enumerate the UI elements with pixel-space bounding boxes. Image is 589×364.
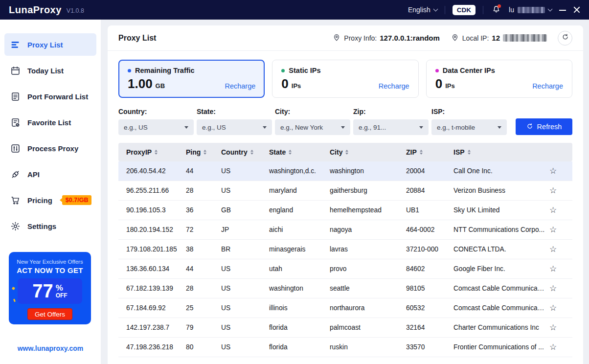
favorite-star-icon[interactable]: ☆ <box>549 186 557 195</box>
pricing-badge: $0.7/GB <box>62 195 92 205</box>
favorite-star-icon[interactable]: ☆ <box>549 206 557 214</box>
cell-zip: 32164 <box>406 324 453 331</box>
favorite-star-icon[interactable]: ☆ <box>549 343 557 351</box>
refresh-ip-button[interactable] <box>558 31 572 46</box>
sidebar-item-proxy-list[interactable]: Proxy List <box>4 33 96 56</box>
sidebar-item-api[interactable]: API <box>4 163 96 185</box>
select-isp[interactable]: e.g., t-mobile <box>431 119 507 135</box>
cell-proxyip: 90.196.105.3 <box>126 206 186 214</box>
promo-off-label: OFF <box>56 292 68 299</box>
column-header-proxyip[interactable]: ProxyIP <box>126 148 186 156</box>
cell-zip: 37210-000 <box>406 246 453 253</box>
favorite-star-icon[interactable]: ☆ <box>549 167 557 175</box>
cell-proxyip: 136.36.60.134 <box>126 265 186 273</box>
select-state[interactable]: e.g., US <box>197 119 272 135</box>
favorite-star-icon[interactable]: ☆ <box>549 226 557 234</box>
select-placeholder: e.g., 91... <box>359 124 386 131</box>
column-header-zip[interactable]: ZIP <box>406 148 453 156</box>
cell-state: england <box>269 206 330 214</box>
cell-country: US <box>221 343 269 351</box>
sort-icon <box>289 150 292 155</box>
sidebar-item-settings[interactable]: Settings <box>4 215 96 237</box>
filter-label: Country: <box>118 108 194 115</box>
panel-header: Proxy List Proxy Info: 127.0.0.1:random … <box>108 25 583 51</box>
title-bar: LunaProxy V1.0.8 English CDK lu <box>0 0 589 20</box>
table-row[interactable]: 67.184.69.9225USillinoisnorthaurora60532… <box>118 298 572 318</box>
select-zip[interactable]: e.g., 91... <box>353 119 429 135</box>
cdk-button[interactable]: CDK <box>453 5 476 15</box>
favorite-star-icon[interactable]: ☆ <box>549 265 557 273</box>
refresh-icon <box>562 33 569 43</box>
table-row[interactable]: 96.255.211.6628USmarylandgaithersburg208… <box>118 181 572 201</box>
card-static-ips[interactable]: Static IPs 0 IPs Recharge <box>272 60 418 98</box>
cell-proxyip: 179.108.201.185 <box>126 246 186 253</box>
get-offers-button[interactable]: Get Offers <box>27 308 72 320</box>
cell-proxyip: 67.182.139.139 <box>126 285 186 292</box>
refresh-button-label: Refresh <box>537 123 562 131</box>
select-placeholder: e.g., US <box>124 124 148 131</box>
card-value: 0 <box>435 77 442 90</box>
card-value: 0 <box>281 77 288 90</box>
cell-proxyip: 96.255.211.66 <box>126 187 186 194</box>
card-remaining-traffic[interactable]: Remaining Traffic 1.00 GB Recharge <box>118 60 265 98</box>
table-row[interactable]: 136.36.60.13444USutahprovo84602Google Fi… <box>118 259 572 279</box>
notifications-button[interactable] <box>491 4 501 15</box>
recharge-link[interactable]: Recharge <box>379 82 409 90</box>
recharge-link[interactable]: Recharge <box>225 82 255 90</box>
sort-icon <box>345 150 348 155</box>
table-row[interactable]: 47.198.236.21880USfloridaruskin33570Fron… <box>118 338 572 357</box>
favorite-star-icon[interactable]: ☆ <box>549 304 557 312</box>
sidebar-item-process-proxy[interactable]: Process Proxy <box>4 137 96 159</box>
select-city[interactable]: e.g., New York <box>275 119 350 135</box>
close-icon[interactable] <box>573 6 580 13</box>
sidebar-item-favorite-list[interactable]: Favorite List <box>4 111 96 134</box>
column-header-country[interactable]: Country <box>221 148 269 156</box>
favorite-star-icon[interactable]: ☆ <box>549 245 557 253</box>
proxy-info-value: 127.0.0.1:random <box>380 34 440 42</box>
column-label: Country <box>221 148 248 156</box>
minimize-icon[interactable] <box>559 10 566 11</box>
cell-isp: Sky UK Limited <box>453 206 549 214</box>
user-menu[interactable]: lu <box>509 6 552 14</box>
select-country[interactable]: e.g., US <box>118 119 194 135</box>
cell-country: BR <box>221 246 269 253</box>
table-body: 206.40.54.4244USwashington,d.c.washingto… <box>118 161 572 357</box>
cell-city: washington <box>330 167 406 175</box>
cell-zip: 464-0002 <box>406 226 453 233</box>
refresh-button[interactable]: Refresh <box>516 118 572 135</box>
select-placeholder: e.g., t-mobile <box>437 124 475 131</box>
column-header-ping[interactable]: Ping <box>186 148 221 156</box>
filter-label: ISP: <box>431 108 507 115</box>
today-list-icon <box>10 66 21 76</box>
table-row[interactable]: 142.197.238.779USfloridapalmcoast32164Ch… <box>118 318 572 338</box>
column-header-isp[interactable]: ISP <box>453 148 549 156</box>
table-row[interactable]: 179.108.201.18538BRminasgeraislavras3721… <box>118 240 572 259</box>
cell-isp: Comcast Cable Communicati... <box>453 285 549 292</box>
recharge-link[interactable]: Recharge <box>532 82 563 90</box>
website-link[interactable]: www.lunaproxy.com <box>0 344 101 352</box>
table-row[interactable]: 67.182.139.13928USwashingtonseattle98105… <box>118 279 572 298</box>
column-header-state[interactable]: State <box>269 148 330 156</box>
card-data-center-ips[interactable]: Data Center IPs 0 IPs Recharge <box>426 60 572 98</box>
cell-isp: NTT Communications Corpo... <box>453 226 549 233</box>
language-selector[interactable]: English <box>408 6 437 14</box>
stat-cards: Remaining Traffic 1.00 GB Recharge Stati… <box>118 60 572 98</box>
caret-down-icon <box>419 126 423 129</box>
cell-city: nagoya <box>330 226 406 233</box>
sidebar-item-today-list[interactable]: Today List <box>4 59 96 82</box>
promo-banner[interactable]: New Year Exclusive Offers ACT NOW TO GET… <box>9 252 91 324</box>
cell-city: gaithersburg <box>330 187 406 194</box>
cell-isp: Verizon Business <box>453 187 549 194</box>
table-row[interactable]: 90.196.105.336GBenglandhemelhempsteadUB1… <box>118 201 572 220</box>
favorite-star-icon[interactable]: ☆ <box>549 323 557 332</box>
table-row[interactable]: 206.40.54.4244USwashington,d.c.washingto… <box>118 161 572 181</box>
table-row[interactable]: 180.20.194.15272JPaichinagoya464-0002NTT… <box>118 220 572 240</box>
cell-ping: 28 <box>186 187 221 194</box>
sidebar-item-port-forward-list[interactable]: Port Forward List <box>4 85 96 108</box>
sidebar-item-pricing[interactable]: Pricing $0.7/GB <box>4 189 96 211</box>
select-placeholder: e.g., New York <box>280 124 323 131</box>
favorite-star-icon[interactable]: ☆ <box>549 284 557 293</box>
card-label: Remaining Traffic <box>135 67 195 74</box>
cell-ping: 79 <box>186 324 221 331</box>
column-header-city[interactable]: City <box>330 148 406 156</box>
